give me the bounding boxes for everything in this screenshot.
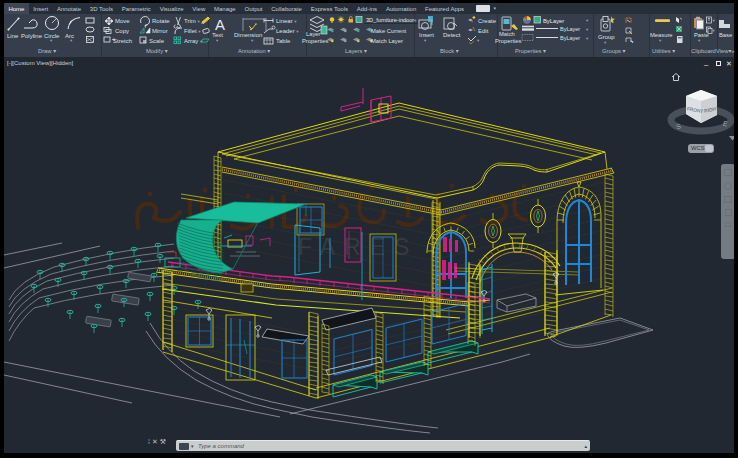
svg-text:FARES: FARES <box>298 234 418 260</box>
svg-text:A: A <box>215 16 225 33</box>
svg-text:▾: ▾ <box>414 18 417 23</box>
svg-text:ByLayer: ByLayer <box>560 26 580 32</box>
svg-text:▾: ▾ <box>713 28 716 33</box>
svg-text:ByLayer: ByLayer <box>560 35 580 41</box>
svg-text:▾: ▾ <box>586 18 589 23</box>
svg-text:▾: ▾ <box>586 36 589 41</box>
svg-text:▾: ▾ <box>586 27 589 32</box>
svg-text:3D_furniture-indoor: 3D_furniture-indoor <box>366 17 414 23</box>
svg-text:ByLayer: ByLayer <box>543 18 564 24</box>
svg-text:▾: ▾ <box>713 18 716 23</box>
